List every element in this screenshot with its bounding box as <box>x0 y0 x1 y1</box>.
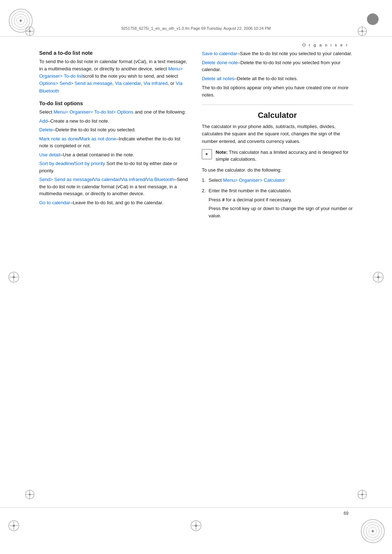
send-section: Send a to-do list note To send the to-do… <box>39 50 190 95</box>
content-area: Send a to-do list note To send the to-do… <box>39 50 353 501</box>
svg-point-32 <box>362 494 363 496</box>
calculator-steps: 1. Select Menu> Organiser> Calculator 2.… <box>202 177 353 219</box>
cross-bottomright-inner <box>357 489 367 500</box>
usage-intro: To use the calculator. do the following: <box>202 167 353 174</box>
option-add-term: Add <box>39 118 48 124</box>
send-menu3: Via calendar <box>115 81 141 86</box>
header-meta: 9251758_6275i_1_en_au_oth_v1.0.fm Page 6… <box>44 26 348 30</box>
appear-note: The to-do list options appear only when … <box>202 84 353 99</box>
option-sort-term2: Sort by priority <box>75 161 105 166</box>
option-send-desc3: Via infrared <box>121 177 145 182</box>
note-label: Note: <box>216 149 228 155</box>
delete-all-term: Delete all notes <box>202 76 234 81</box>
send-heading: Send a to-do list note <box>39 50 190 56</box>
top-rule <box>0 36 392 37</box>
svg-point-2 <box>367 13 379 25</box>
send-menu4: Via infrared <box>143 81 167 86</box>
option-use-detail-dash: – <box>60 152 63 157</box>
page-number: 69 <box>344 511 348 516</box>
save-calendar-dash: – <box>237 51 240 56</box>
option-add-desc: Create a new to-do list note. <box>50 118 109 124</box>
step2-num: 2. <box>202 187 206 219</box>
step2-content: Enter the first number in the calculatio… <box>209 187 353 219</box>
intro-text2: and one of the following: <box>134 109 186 115</box>
step1-content: Select Menu> Organiser> Calculator <box>209 177 353 184</box>
svg-point-20 <box>372 530 374 532</box>
svg-point-36 <box>29 494 31 496</box>
cross-bottomleft-inner <box>25 489 35 500</box>
option-send-desc2: Via calendar <box>93 177 119 182</box>
option-calendar-dash: – <box>70 200 73 205</box>
send-body-text1: To send the to-do list note in calendar … <box>39 59 187 71</box>
note-box: Note: This calculator has a limited accu… <box>202 149 353 163</box>
gear-circle-bottomright <box>360 518 385 544</box>
calculator-body: The calculator in your phone adds, subtr… <box>202 123 353 145</box>
cross-bottomleft <box>8 520 20 532</box>
send-body-text2: scroll to the note you wish to send, and… <box>83 73 178 79</box>
option-use-detail: Use detail–Use a detail contained in the… <box>39 151 190 159</box>
step-1: 1. Select Menu> Organiser> Calculator <box>202 177 353 184</box>
step2-sub1: Press # for a decimal point if necessary… <box>209 196 353 204</box>
option-save-calendar: Save to calendar–Save the to-do list not… <box>202 50 353 57</box>
cross-bottomcenter <box>190 520 202 532</box>
save-calendar-desc: Save the to-do list note you selected to… <box>240 51 352 56</box>
option-delete-done: Delete done note–Delete the to-do list n… <box>202 59 353 73</box>
svg-point-24 <box>29 30 31 32</box>
file-info: 9251758_6275i_1_en_au_oth_v1.0.fm Page 6… <box>44 26 348 30</box>
section-label: O r g a n i s e r <box>302 43 348 47</box>
delete-all-dash: – <box>234 76 237 81</box>
option-delete-all: Delete all notes–Delete all the to-do li… <box>202 75 353 82</box>
todo-options-intro: Select Menu> Organiser> To-do list> Opti… <box>39 108 190 116</box>
section-divider <box>202 104 353 105</box>
calculator-section: Calculator The calculator in your phone … <box>202 111 353 219</box>
option-mark-term2: Mark as not done <box>79 136 116 141</box>
note-icon <box>202 149 212 159</box>
option-delete-dash: – <box>53 127 56 132</box>
svg-point-1 <box>20 20 22 22</box>
option-add: Add–Create a new to-do list note. <box>39 118 190 125</box>
step1-menu: Menu> Organiser> Calculator <box>223 177 285 183</box>
save-calendar-term: Save to calendar <box>202 51 237 56</box>
cross-topright <box>357 26 367 36</box>
delete-all-desc: Delete all the to-do list notes. <box>237 76 298 81</box>
option-calendar-desc: Leave the to-do list, and go to the cale… <box>73 200 163 205</box>
option-sort-term1: Sort by deadline <box>39 161 73 166</box>
send-menu2: Options> Send> Send as message <box>39 81 113 86</box>
right-column: Save to calendar–Save the to-do list not… <box>202 50 353 501</box>
step1-num: 1. <box>202 177 206 184</box>
todo-menu: Menu> Organiser> To-do list> Options <box>54 109 134 115</box>
page: 9251758_6275i_1_en_au_oth_v1.0.fm Page 6… <box>0 0 392 554</box>
option-sort: Sort by deadline/Sort by priority Sort t… <box>39 160 190 174</box>
option-delete-term: Delete <box>39 127 53 132</box>
option-use-detail-desc: Use a detail contained in the note. <box>63 152 134 157</box>
option-mark-dash: – <box>116 136 119 141</box>
todo-options-section: To-do list options Select Menu> Organise… <box>39 100 190 206</box>
calculator-heading: Calculator <box>202 111 353 120</box>
option-send-term: Send> <box>39 177 53 182</box>
cross-middleleft <box>8 271 20 283</box>
step2-sub2: Press the scroll key up or down to chang… <box>209 205 353 219</box>
left-column: Send a to-do list note To send the to-do… <box>39 50 190 501</box>
step-2: 2. Enter the first number in the calcula… <box>202 187 353 219</box>
option-calendar-term: Go to calendar <box>39 200 70 205</box>
send-comma1: , <box>113 81 115 86</box>
reg-mark-topright <box>366 13 379 26</box>
bottom-rule <box>0 507 392 508</box>
svg-point-18 <box>195 525 197 527</box>
send-body: To send the to-do list note in calendar … <box>39 58 190 95</box>
cross-topleft <box>25 26 35 36</box>
step1-text: Select <box>209 177 223 183</box>
option-send: Send> Send as message/Via calendar/Via i… <box>39 176 190 197</box>
todo-options-heading: To-do list options <box>39 100 190 106</box>
option-delete-desc: Delete the to-do list note you selected. <box>56 127 136 132</box>
svg-point-28 <box>362 30 363 32</box>
svg-point-6 <box>13 276 15 278</box>
option-mark-done: Mark note as done/Mark as not done–Indic… <box>39 135 190 149</box>
option-send-desc1: Send as message <box>54 177 92 182</box>
intro-text1: Select <box>39 109 54 115</box>
note-text-content: Note: This calculator has a limited accu… <box>216 149 353 163</box>
svg-point-10 <box>377 276 379 278</box>
cross-middleright <box>372 271 384 283</box>
option-mark-term: Mark note as done <box>39 136 78 141</box>
option-use-detail-term: Use detail <box>39 152 60 157</box>
